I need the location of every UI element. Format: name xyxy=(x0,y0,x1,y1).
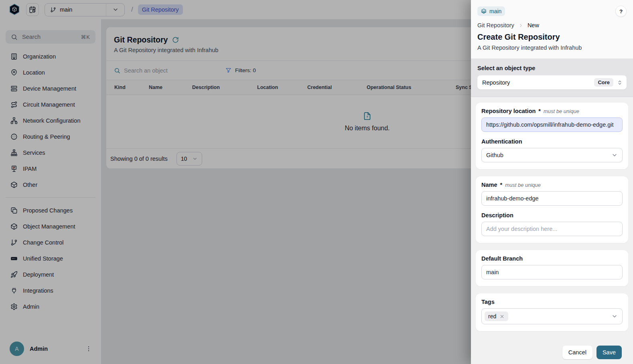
object-type-value: Repository xyxy=(482,79,591,86)
field-hint: must be unique xyxy=(544,108,579,114)
tags-select[interactable]: red xyxy=(481,308,623,324)
drawer-breadcrumb-git-repository[interactable]: Git Repository xyxy=(477,22,514,28)
cancel-button[interactable]: Cancel xyxy=(562,346,592,359)
tag-label: red xyxy=(488,313,496,320)
tag-remove-button[interactable] xyxy=(499,314,505,319)
chevron-right-icon xyxy=(518,23,523,28)
card-default-branch: Default Branch xyxy=(476,250,628,286)
field-label-default-branch: Default Branch xyxy=(481,255,523,262)
card-name-description: Name * must be unique Description xyxy=(476,176,628,243)
name-input[interactable] xyxy=(481,191,623,206)
object-type-select[interactable]: Repository Core xyxy=(477,75,627,89)
authentication-select[interactable]: Github xyxy=(481,148,623,162)
drawer-title: Create Git Repository xyxy=(477,32,627,42)
chevron-down-icon xyxy=(611,152,618,158)
field-hint: must be unique xyxy=(505,182,541,188)
core-badge: Core xyxy=(594,78,613,87)
layers-icon xyxy=(481,8,487,14)
field-label-location: Repository location xyxy=(481,108,536,114)
repository-location-input[interactable] xyxy=(481,117,623,132)
object-type-section: Select an object type Repository Core xyxy=(471,59,633,97)
drawer-subtitle: A Git Repository integrated with Infrahu… xyxy=(477,44,627,51)
field-label-authentication: Authentication xyxy=(481,138,522,145)
field-label-tags: Tags xyxy=(481,299,495,305)
field-label-name: Name xyxy=(481,182,497,188)
chevron-down-icon xyxy=(611,313,618,320)
tag-chip-red: red xyxy=(485,311,508,321)
drawer-breadcrumb-new: New xyxy=(528,22,539,28)
object-type-label: Select an object type xyxy=(477,65,627,71)
create-git-repository-drawer: main ? Git Repository New Create Git Rep… xyxy=(471,0,633,364)
field-label-description: Description xyxy=(481,212,513,218)
required-mark: * xyxy=(538,108,541,114)
drawer-form: Repository location * must be unique Aut… xyxy=(471,97,633,364)
branch-badge: main xyxy=(477,6,505,16)
authentication-value: Github xyxy=(486,152,503,158)
drawer-header: main ? Git Repository New Create Git Rep… xyxy=(471,0,633,59)
close-icon xyxy=(499,314,505,319)
required-mark: * xyxy=(500,182,503,188)
card-tags: Tags red xyxy=(476,293,628,331)
chevrons-up-down-icon xyxy=(617,79,623,86)
card-location-auth: Repository location * must be unique Aut… xyxy=(476,103,628,169)
branch-badge-label: main xyxy=(489,8,501,14)
description-input[interactable] xyxy=(481,222,623,236)
default-branch-input[interactable] xyxy=(481,265,623,279)
drawer-footer: Cancel Save xyxy=(476,338,628,364)
drawer-breadcrumb: Git Repository New xyxy=(477,22,627,28)
save-button[interactable]: Save xyxy=(596,346,622,359)
help-button[interactable]: ? xyxy=(615,6,627,17)
